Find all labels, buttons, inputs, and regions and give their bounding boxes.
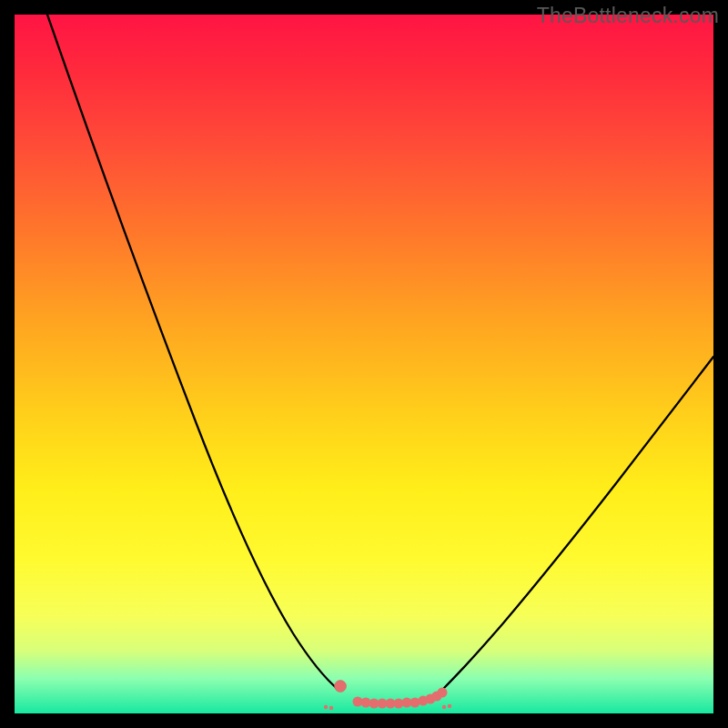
svg-point-13 — [324, 705, 328, 709]
right-curve — [444, 357, 713, 688]
svg-point-12 — [438, 688, 448, 698]
svg-point-15 — [442, 705, 446, 709]
watermark-text: TheBottleneck.com — [537, 4, 719, 28]
chart-svg — [15, 15, 713, 713]
svg-point-16 — [448, 704, 451, 708]
svg-point-0 — [335, 681, 347, 693]
chart-plot-area — [15, 15, 713, 713]
dot-cluster — [324, 681, 451, 711]
svg-point-14 — [329, 706, 333, 710]
left-curve — [47, 15, 339, 690]
